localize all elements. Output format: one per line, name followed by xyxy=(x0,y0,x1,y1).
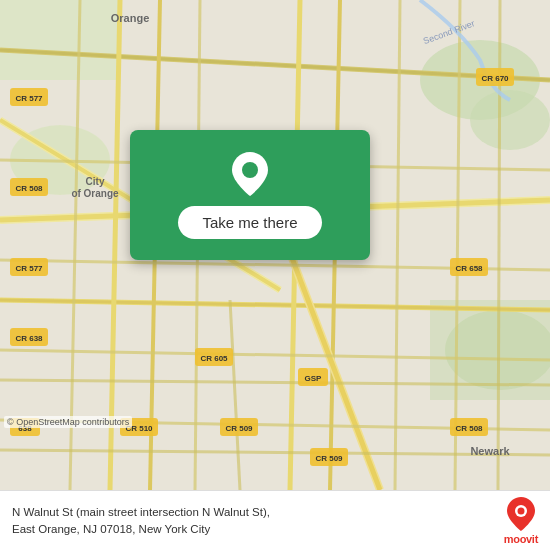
location-pin-icon xyxy=(232,152,268,196)
svg-text:CR 670: CR 670 xyxy=(481,74,509,83)
osm-attribution: © OpenStreetMap contributors xyxy=(4,416,132,428)
svg-text:of Orange: of Orange xyxy=(71,188,119,199)
action-card: Take me there xyxy=(130,130,370,260)
svg-text:CR 577: CR 577 xyxy=(15,94,43,103)
svg-text:CR 508: CR 508 xyxy=(455,424,483,433)
svg-text:CR 638: CR 638 xyxy=(15,334,43,343)
svg-text:CR 658: CR 658 xyxy=(455,264,483,273)
moovit-logo: moovit xyxy=(504,497,538,545)
svg-rect-3 xyxy=(0,0,120,80)
svg-text:CR 577: CR 577 xyxy=(15,264,43,273)
moovit-pin-icon xyxy=(507,497,535,531)
address-text: N Walnut St (main street intersection N … xyxy=(12,504,494,536)
svg-text:CR 509: CR 509 xyxy=(315,454,343,463)
map-container: CR 577 CR 508 CR 577 CR 638 638 CR 670 C… xyxy=(0,0,550,490)
svg-point-66 xyxy=(517,507,524,514)
svg-text:GSP: GSP xyxy=(305,374,323,383)
take-me-there-button[interactable]: Take me there xyxy=(178,206,321,239)
svg-text:Newark: Newark xyxy=(470,445,510,457)
svg-text:CR 508: CR 508 xyxy=(15,184,43,193)
svg-text:CR 509: CR 509 xyxy=(225,424,253,433)
bottom-bar: N Walnut St (main street intersection N … xyxy=(0,490,550,550)
svg-text:Orange: Orange xyxy=(111,12,150,24)
svg-text:City: City xyxy=(86,176,105,187)
moovit-brand-text: moovit xyxy=(504,533,538,545)
svg-point-64 xyxy=(242,162,258,178)
svg-text:CR 605: CR 605 xyxy=(200,354,228,363)
